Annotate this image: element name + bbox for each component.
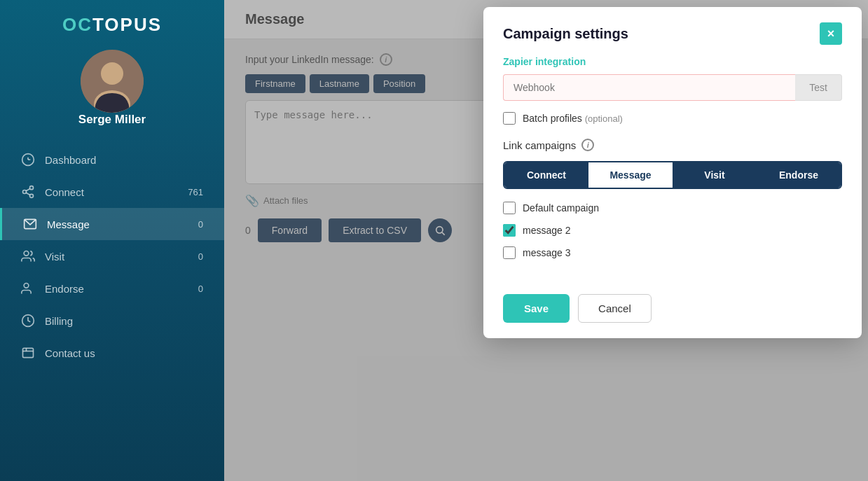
sidebar-item-connect-label: Connect: [45, 186, 84, 198]
visit-badge: 0: [198, 251, 203, 262]
endorse-badge: 0: [198, 284, 203, 294]
svg-point-8: [30, 194, 34, 197]
sidebar-item-endorse-label: Endorse: [45, 283, 84, 295]
sidebar-bottom: Billing Contact us: [0, 305, 224, 369]
visit-icon: [21, 249, 35, 263]
billing-icon: [21, 314, 35, 328]
svg-rect-15: [23, 348, 34, 357]
batch-profiles-row: Batch profiles (optional): [503, 112, 842, 125]
sidebar-item-endorse[interactable]: Endorse 0: [0, 272, 224, 305]
sidebar-item-visit-label: Visit: [45, 251, 64, 263]
svg-point-1: [101, 62, 123, 85]
tab-message[interactable]: Message: [588, 162, 673, 188]
logo-rest: TOPUS: [92, 14, 162, 35]
link-campaigns-row: Link campaigns i: [503, 139, 842, 151]
svg-point-13: [24, 284, 29, 288]
connect-badge: 761: [188, 187, 203, 197]
sidebar-item-contact-label: Contact us: [45, 347, 95, 359]
save-button[interactable]: Save: [503, 294, 570, 323]
sidebar: OCTOPUS Serge Miller Dashboard Connect: [0, 0, 224, 481]
svg-line-10: [26, 188, 30, 190]
modal-header: Campaign settings ×: [483, 7, 862, 56]
link-campaigns-info-icon[interactable]: i: [581, 139, 594, 151]
modal-footer: Save Cancel: [483, 283, 862, 338]
avatar: [81, 50, 144, 113]
sidebar-item-dashboard[interactable]: Dashboard: [0, 144, 224, 176]
message-badge: 0: [198, 219, 203, 230]
svg-line-9: [26, 193, 30, 195]
message-icon: [23, 217, 37, 231]
webhook-row: Test: [503, 74, 842, 101]
optional-label: (optional): [585, 113, 623, 124]
tab-visit[interactable]: Visit: [673, 162, 757, 188]
logo-text: OCTOPUS: [62, 14, 162, 35]
sidebar-item-message[interactable]: Message 0: [0, 208, 224, 240]
endorse-icon: [21, 281, 35, 295]
sidebar-nav: Dashboard Connect 761 Message 0 Visit 0: [0, 144, 224, 369]
dashboard-icon: [21, 153, 35, 167]
message2-checkbox[interactable]: [503, 224, 516, 237]
sidebar-item-contact[interactable]: Contact us: [0, 337, 224, 369]
default-campaign-label: Default campaign: [523, 202, 599, 214]
test-button[interactable]: Test: [795, 74, 842, 101]
modal-title: Campaign settings: [503, 26, 628, 42]
campaign-settings-modal: Campaign settings × Zapier integration T…: [483, 7, 862, 338]
campaign-list: Default campaign message 2 message 3: [503, 202, 842, 259]
sidebar-item-connect[interactable]: Connect 761: [0, 176, 224, 208]
modal-close-button[interactable]: ×: [820, 22, 842, 45]
svg-point-12: [24, 251, 29, 256]
campaign-item-default: Default campaign: [503, 202, 842, 214]
campaign-item-message3: message 3: [503, 246, 842, 259]
link-campaigns-label: Link campaigns: [503, 139, 576, 151]
logo: OCTOPUS: [62, 14, 162, 36]
sidebar-item-message-label: Message: [47, 218, 90, 230]
sidebar-item-visit[interactable]: Visit 0: [0, 240, 224, 272]
webhook-input[interactable]: [503, 74, 795, 101]
message3-checkbox[interactable]: [503, 246, 516, 259]
batch-profiles-checkbox[interactable]: [503, 112, 516, 125]
contact-icon: [21, 346, 35, 360]
logo-oc: OC: [62, 14, 92, 35]
cancel-button[interactable]: Cancel: [578, 294, 652, 323]
sidebar-item-billing[interactable]: Billing: [0, 305, 224, 337]
campaign-item-message2: message 2: [503, 224, 842, 237]
connect-icon: [21, 185, 35, 199]
svg-point-7: [23, 190, 27, 194]
modal-body: Zapier integration Test Batch profiles (…: [483, 56, 862, 283]
message2-label: message 2: [523, 225, 570, 236]
zapier-integration-label: Zapier integration: [503, 56, 842, 67]
username-label: Serge Miller: [78, 113, 146, 127]
batch-profiles-label: Batch profiles (optional): [523, 113, 623, 124]
campaign-tabs: Connect Message Visit Endorse: [503, 161, 842, 189]
svg-point-6: [30, 186, 34, 190]
sidebar-item-billing-label: Billing: [45, 315, 73, 327]
sidebar-item-dashboard-label: Dashboard: [45, 154, 96, 166]
tab-connect[interactable]: Connect: [504, 162, 588, 188]
default-campaign-checkbox[interactable]: [503, 202, 516, 214]
tab-endorse[interactable]: Endorse: [757, 162, 841, 188]
message3-label: message 3: [523, 247, 570, 258]
